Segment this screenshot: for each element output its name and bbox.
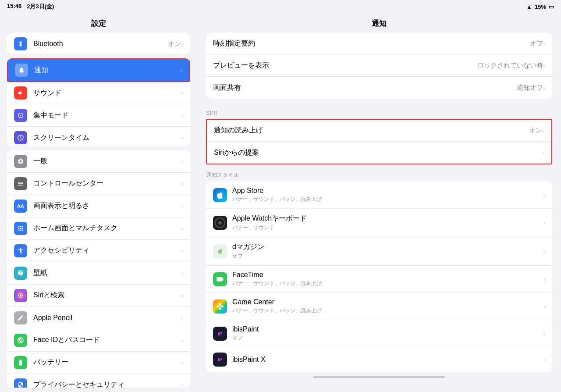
time-display: 15:48 bbox=[7, 3, 21, 11]
sidebar-item-battery[interactable]: バッテリー › bbox=[7, 352, 190, 374]
screentime-icon bbox=[14, 131, 27, 144]
ibispaint-icon: iP bbox=[213, 327, 227, 341]
sidebar-item-display[interactable]: AA 画面表示と明るさ › bbox=[7, 195, 190, 217]
preview-chevron: › bbox=[543, 62, 545, 69]
sidebar-item-siri[interactable]: Siriと検索 › bbox=[7, 285, 190, 307]
applepencil-icon bbox=[14, 311, 27, 324]
applewatchkeyboard-icon bbox=[213, 216, 227, 230]
content-item-screensharing[interactable]: 画面共有 通知オフ › bbox=[206, 77, 552, 99]
content-title: 通知 bbox=[197, 13, 561, 33]
sounds-chevron: › bbox=[181, 89, 183, 96]
content-item-preview[interactable]: プレビューを表示 ロックされていない時 › bbox=[206, 55, 552, 77]
ibispaintx-icon: iP bbox=[213, 353, 227, 367]
content-item-scheduled[interactable]: 時刻指定要約 オフ › bbox=[206, 33, 552, 55]
sidebar-item-focus[interactable]: 集中モード › bbox=[7, 104, 190, 127]
sidebar-item-notifications[interactable]: 通知 › bbox=[7, 58, 190, 82]
wifi-icon: ▲ bbox=[526, 4, 532, 10]
content-item-sirisuggestions[interactable]: Siriからの提案 › bbox=[207, 142, 551, 164]
focus-chevron: › bbox=[181, 112, 183, 119]
date-display: 2月3日(金) bbox=[27, 3, 54, 11]
preview-value: ロックされていない時 bbox=[477, 61, 543, 70]
faceid-label: Face IDとパスコード bbox=[33, 335, 181, 345]
scheduled-value: オフ bbox=[530, 39, 543, 48]
content-item-ibispaintx[interactable]: iP ibisPaint X › bbox=[206, 347, 552, 372]
content-item-ibispaint[interactable]: iP ibisPaint オフ › bbox=[206, 320, 552, 347]
homescreen-icon bbox=[14, 222, 27, 235]
appstore-text: App Store バナー、サウンド、バッジ、読み上げ bbox=[232, 187, 543, 203]
ibispaintx-chevron: › bbox=[543, 356, 545, 363]
privacy-icon bbox=[14, 378, 27, 388]
wallpaper-icon bbox=[14, 267, 27, 280]
faceid-chevron: › bbox=[181, 337, 183, 344]
sidebar-item-privacy[interactable]: プライバシーとセキュリティ › bbox=[7, 374, 190, 388]
screentime-chevron: › bbox=[181, 134, 183, 141]
siri-section-highlighted: 通知の読み上げ オン › Siriからの提案 › bbox=[206, 119, 552, 164]
sidebar-section-middle: 通知 › サウンド › 集中モード › bbox=[7, 58, 190, 146]
sidebar-item-homescreen[interactable]: ホーム画面とマルチタスク › bbox=[7, 217, 190, 240]
siri-section-label: SIRI bbox=[206, 110, 552, 116]
facetime-subtitle: バナー、サウンド、バッジ、読み上げ bbox=[232, 280, 543, 287]
dmagazine-chevron: › bbox=[543, 248, 545, 255]
screensharing-chevron: › bbox=[543, 84, 545, 91]
facetime-title: FaceTime bbox=[232, 271, 543, 279]
screensharing-text: 画面共有 bbox=[213, 83, 517, 93]
sidebar-item-general[interactable]: 一般 › bbox=[7, 150, 190, 173]
content-item-announce[interactable]: 通知の読み上げ オン › bbox=[207, 120, 551, 142]
applewatchkeyboard-title: Apple Watchキーボード bbox=[232, 214, 543, 223]
gamecenter-chevron: › bbox=[543, 303, 545, 310]
general-icon bbox=[14, 155, 27, 168]
battery-chevron: › bbox=[181, 359, 183, 366]
content-item-appstore[interactable]: App Store バナー、サウンド、バッジ、読み上げ › bbox=[206, 182, 552, 209]
sidebar-item-bluetooth[interactable]: Bluetooth オン › bbox=[7, 33, 190, 54]
siri-icon bbox=[14, 289, 27, 302]
appstore-icon bbox=[213, 188, 227, 202]
announce-value: オン bbox=[529, 126, 542, 135]
content-item-applewatchkeyboard[interactable]: Apple Watchキーボード バナー、サウンド › bbox=[206, 209, 552, 237]
ibispaintx-title: ibisPaint X bbox=[232, 356, 543, 363]
display-label: 画面表示と明るさ bbox=[33, 201, 181, 210]
sidebar-item-controlcenter[interactable]: コントロールセンター › bbox=[7, 173, 190, 195]
status-bar-left: 15:48 2月3日(金) bbox=[7, 3, 54, 11]
content-item-gamecenter[interactable]: Game Center バナー、サウンド、バッジ、読み上げ › bbox=[206, 293, 552, 320]
gamecenter-subtitle: バナー、サウンド、バッジ、読み上げ bbox=[232, 307, 543, 314]
sirisuggestions-chevron: › bbox=[542, 149, 544, 156]
privacy-label: プライバシーとセキュリティ bbox=[33, 380, 181, 388]
screentime-label: スクリーンタイム bbox=[33, 133, 181, 143]
svg-point-1 bbox=[20, 294, 22, 296]
scroll-indicator bbox=[313, 376, 445, 378]
sidebar-item-wallpaper[interactable]: 壁紙 › bbox=[7, 262, 190, 285]
sidebar-item-screentime[interactable]: スクリーンタイム › bbox=[7, 127, 190, 146]
ibispaint-title: ibisPaint bbox=[232, 325, 543, 333]
bluetooth-label: Bluetooth bbox=[33, 40, 168, 48]
focus-icon bbox=[14, 109, 27, 122]
accessibility-label: アクセシビリティ bbox=[33, 246, 181, 255]
battery-label: バッテリー bbox=[33, 358, 181, 367]
controlcenter-chevron: › bbox=[181, 180, 183, 187]
display-icon: AA bbox=[14, 200, 27, 213]
gamecenter-text: Game Center バナー、サウンド、バッジ、読み上げ bbox=[232, 298, 543, 314]
status-bar: 15:48 2月3日(金) ▲ 15% ▭ bbox=[0, 0, 561, 13]
accessibility-chevron: › bbox=[181, 247, 183, 254]
applepencil-chevron: › bbox=[181, 314, 183, 321]
main-container: 設定 Bluetooth オン › bbox=[0, 13, 561, 392]
faceid-icon bbox=[14, 334, 27, 347]
siri-label: Siriと検索 bbox=[33, 291, 181, 300]
sirisuggestions-text: Siriからの提案 bbox=[214, 148, 542, 157]
sidebar-item-accessibility[interactable]: アクセシビリティ › bbox=[7, 240, 190, 262]
sidebar-item-faceid[interactable]: Face IDとパスコード › bbox=[7, 329, 190, 352]
screensharing-title: 画面共有 bbox=[213, 83, 517, 93]
gamecenter-icon bbox=[213, 299, 227, 314]
focus-label: 集中モード bbox=[33, 111, 181, 120]
content-item-facetime[interactable]: FaceTime バナー、サウンド、バッジ、読み上げ › bbox=[206, 266, 552, 293]
sidebar-item-applepencil[interactable]: Apple Pencil › bbox=[7, 307, 190, 329]
controlcenter-label: コントロールセンター bbox=[33, 179, 181, 188]
sidebar-item-sounds[interactable]: サウンド › bbox=[7, 82, 190, 104]
facetime-text: FaceTime バナー、サウンド、バッジ、読み上げ bbox=[232, 271, 543, 287]
battery-icon: ▭ bbox=[549, 4, 554, 10]
content-area: 通知 時刻指定要約 オフ › プレビューを表示 ロックされていない時 › 画面共… bbox=[197, 13, 561, 392]
sirisuggestions-title: Siriからの提案 bbox=[214, 148, 542, 157]
content-item-dmagazine[interactable]: d dマガジン オフ › bbox=[206, 237, 552, 266]
gamecenter-title: Game Center bbox=[232, 298, 543, 306]
wallpaper-label: 壁紙 bbox=[33, 268, 181, 278]
accessibility-icon bbox=[14, 244, 27, 257]
